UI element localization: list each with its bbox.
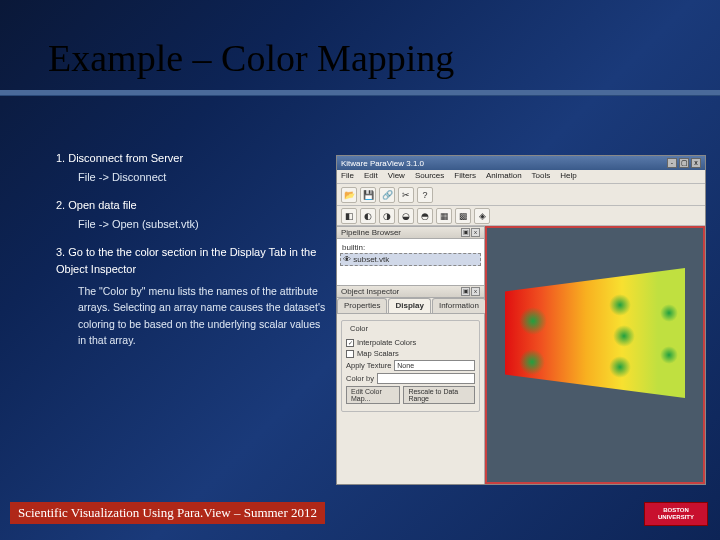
toolbar-main: 📂 💾 🔗 ✂ ? bbox=[337, 184, 705, 206]
open-icon[interactable]: 📂 bbox=[341, 187, 357, 203]
viz-blob bbox=[660, 304, 678, 322]
step-3: 3. Go to the the color section in the Di… bbox=[56, 244, 326, 348]
paraview-window: Kitware ParaView 3.1.0 - ▢ x File Edit V… bbox=[336, 155, 706, 485]
interpolate-checkbox[interactable]: ✓ bbox=[346, 339, 354, 347]
window-buttons: - ▢ x bbox=[667, 158, 701, 168]
menu-view[interactable]: View bbox=[388, 171, 405, 182]
step-title: 1. Disconnect from Server bbox=[56, 150, 326, 167]
panel-buttons: ▣ x bbox=[461, 228, 480, 237]
toolbar-filters: ◧ ◐ ◑ ◒ ◓ ▦ ▩ ◈ bbox=[337, 206, 705, 226]
paraview-body: Pipeline Browser ▣ x builtin: 👁 subset.v… bbox=[337, 226, 705, 484]
step-title: 2. Open data file bbox=[56, 197, 326, 214]
title-underline-2 bbox=[0, 95, 720, 96]
logo-line2: UNIVERSITY bbox=[658, 514, 694, 521]
steps-list: 1. Disconnect from Server File -> Discon… bbox=[56, 150, 326, 360]
visualization-mesh bbox=[505, 268, 685, 398]
panel-undock-button[interactable]: ▣ bbox=[461, 228, 470, 237]
step-command: File -> Open (subset.vtk) bbox=[56, 216, 326, 233]
interpolate-row: ✓ Interpolate Colors bbox=[346, 338, 475, 347]
mapscalars-checkbox[interactable] bbox=[346, 350, 354, 358]
viz-blob bbox=[519, 307, 547, 335]
filter-icon[interactable]: ▩ bbox=[455, 208, 471, 224]
disconnect-icon[interactable]: ✂ bbox=[398, 187, 414, 203]
pipeline-header: Pipeline Browser ▣ x bbox=[337, 226, 484, 239]
minimize-button[interactable]: - bbox=[667, 158, 677, 168]
pipeline-item[interactable]: 👁 subset.vtk bbox=[340, 253, 481, 266]
slide-title: Example – Color Mapping bbox=[48, 36, 454, 80]
color-group-title: Color bbox=[348, 324, 370, 333]
pipeline-root[interactable]: builtin: bbox=[340, 242, 481, 253]
connect-icon[interactable]: 🔗 bbox=[379, 187, 395, 203]
window-titlebar: Kitware ParaView 3.1.0 - ▢ x bbox=[337, 156, 705, 170]
viz-blob bbox=[609, 294, 631, 316]
colorby-row: Color by bbox=[346, 373, 475, 384]
pipeline-header-text: Pipeline Browser bbox=[341, 228, 401, 237]
menu-tools[interactable]: Tools bbox=[532, 171, 551, 182]
interpolate-label: Interpolate Colors bbox=[357, 338, 416, 347]
menu-help[interactable]: Help bbox=[560, 171, 576, 182]
menu-bar: File Edit View Sources Filters Animation… bbox=[337, 170, 705, 184]
apply-texture-label: Apply Texture bbox=[346, 361, 391, 370]
filter-icon[interactable]: ◈ bbox=[474, 208, 490, 224]
menu-sources[interactable]: Sources bbox=[415, 171, 444, 182]
colorby-select[interactable] bbox=[377, 373, 475, 384]
inspector-header-text: Object Inspector bbox=[341, 287, 399, 296]
menu-edit[interactable]: Edit bbox=[364, 171, 378, 182]
help-icon[interactable]: ? bbox=[417, 187, 433, 203]
filter-icon[interactable]: ◐ bbox=[360, 208, 376, 224]
panel-close-button[interactable]: x bbox=[471, 287, 480, 296]
menu-filters[interactable]: Filters bbox=[454, 171, 476, 182]
render-view[interactable] bbox=[485, 226, 705, 484]
object-inspector: Properties Display Information Color ✓ I… bbox=[337, 298, 484, 484]
rescale-button[interactable]: Rescale to Data Range bbox=[403, 386, 475, 404]
step-1: 1. Disconnect from Server File -> Discon… bbox=[56, 150, 326, 185]
maximize-button[interactable]: ▢ bbox=[679, 158, 689, 168]
texture-row: Apply Texture None bbox=[346, 360, 475, 371]
panel-buttons: ▣ x bbox=[461, 287, 480, 296]
boston-university-logo: BOSTON UNIVERSITY bbox=[644, 502, 708, 526]
filter-icon[interactable]: ▦ bbox=[436, 208, 452, 224]
apply-texture-select[interactable]: None bbox=[394, 360, 475, 371]
viz-blob bbox=[613, 325, 635, 347]
tab-display[interactable]: Display bbox=[388, 298, 430, 313]
color-group: Color ✓ Interpolate Colors Map Scalars A… bbox=[341, 320, 480, 412]
menu-animation[interactable]: Animation bbox=[486, 171, 522, 182]
menu-file[interactable]: File bbox=[341, 171, 354, 182]
filter-icon[interactable]: ◧ bbox=[341, 208, 357, 224]
left-panel: Pipeline Browser ▣ x builtin: 👁 subset.v… bbox=[337, 226, 485, 484]
pipeline-browser[interactable]: builtin: 👁 subset.vtk bbox=[337, 239, 484, 285]
display-panel: Color ✓ Interpolate Colors Map Scalars A… bbox=[337, 314, 484, 484]
inspector-header: Object Inspector ▣ x bbox=[337, 285, 484, 298]
logo-line1: BOSTON bbox=[663, 507, 689, 514]
tab-properties[interactable]: Properties bbox=[337, 298, 387, 313]
footer-bar: Scientific Visualization Using Para.View… bbox=[10, 502, 325, 524]
save-icon[interactable]: 💾 bbox=[360, 187, 376, 203]
window-title-text: Kitware ParaView 3.1.0 bbox=[341, 159, 424, 168]
step-title: 3. Go to the the color section in the Di… bbox=[56, 244, 326, 277]
mapscalars-label: Map Scalars bbox=[357, 349, 399, 358]
step-2: 2. Open data file File -> Open (subset.v… bbox=[56, 197, 326, 232]
mapscalars-row: Map Scalars bbox=[346, 349, 475, 358]
close-button[interactable]: x bbox=[691, 158, 701, 168]
colormap-buttons-row: Edit Color Map... Rescale to Data Range bbox=[346, 386, 475, 404]
panel-undock-button[interactable]: ▣ bbox=[461, 287, 470, 296]
edit-colormap-button[interactable]: Edit Color Map... bbox=[346, 386, 400, 404]
step-body: The "Color by" menu lists the names of t… bbox=[56, 283, 326, 348]
tab-information[interactable]: Information bbox=[432, 298, 486, 313]
step-command: File -> Disconnect bbox=[56, 169, 326, 186]
viz-blob bbox=[609, 356, 631, 378]
filter-icon[interactable]: ◒ bbox=[398, 208, 414, 224]
pipeline-item-label: subset.vtk bbox=[353, 255, 389, 264]
viz-blob bbox=[660, 346, 678, 364]
panel-close-button[interactable]: x bbox=[471, 228, 480, 237]
inspector-tabs: Properties Display Information bbox=[337, 298, 484, 314]
viz-blob bbox=[519, 349, 545, 375]
filter-icon[interactable]: ◑ bbox=[379, 208, 395, 224]
filter-icon[interactable]: ◓ bbox=[417, 208, 433, 224]
colorby-label: Color by bbox=[346, 374, 374, 383]
